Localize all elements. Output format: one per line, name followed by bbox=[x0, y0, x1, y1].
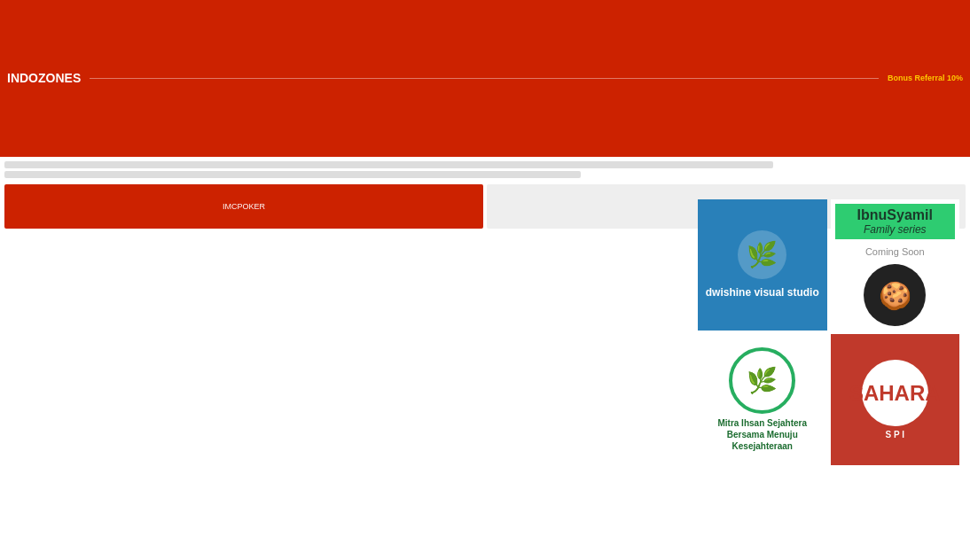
face-icon: 🍪 bbox=[879, 280, 911, 311]
dwishine-name: dwishine visual studio bbox=[706, 286, 819, 300]
ibnu-circle: 🍪 bbox=[864, 264, 926, 326]
sahara-content: SAHARA S P I bbox=[831, 334, 960, 465]
main-wrap: Boardmag Responsive Parallax Blogger Tem… bbox=[0, 189, 970, 560]
post-thumbnail[interactable]: INDOZONES Bonus Referral 10% IMCPOKER bbox=[361, 431, 681, 560]
mis-name: Mitra Ihsan Sejahtera Bersama Menuju Kes… bbox=[702, 417, 823, 452]
indozones-preview: INDOZONES Bonus Referral 10% IMCPOKER bbox=[361, 431, 681, 560]
ibnu-content: IbnuSyamil Family series Coming Soon 🍪 bbox=[831, 199, 960, 331]
ibnu-family: Family series bbox=[839, 223, 952, 236]
ad-dwishine[interactable]: 🌿 dwishine visual studio bbox=[698, 199, 827, 331]
ibnu-coming: Coming Soon bbox=[865, 246, 925, 257]
ad-ibnu[interactable]: IbnuSyamil Family series Coming Soon 🍪 bbox=[831, 199, 960, 331]
content-area: Boardmag Responsive Parallax Blogger Tem… bbox=[11, 199, 687, 560]
post-grid: Boardmag Responsive Parallax Blogger Tem… bbox=[11, 199, 687, 560]
leaf-icon: 🌿 bbox=[747, 240, 778, 269]
ad-sahara[interactable]: SAHARA S P I bbox=[831, 334, 960, 465]
dwishine-logo: 🌿 bbox=[738, 230, 786, 279]
mis-content: 🌿 Mitra Ihsan Sejahtera Bersama Menuju K… bbox=[698, 334, 827, 465]
sahara-subtext: S P I bbox=[886, 430, 905, 439]
mis-circle: 🌿 bbox=[729, 347, 795, 414]
dwishine-content: 🌿 dwishine visual studio bbox=[706, 230, 819, 300]
ibnu-brand: IbnuSyamil bbox=[839, 207, 952, 223]
post-card: INDOZONES Bonus Referral 10% IMCPOKER bbox=[354, 424, 688, 560]
ad-mis[interactable]: 🌿 Mitra Ihsan Sejahtera Bersama Menuju K… bbox=[698, 334, 827, 465]
sahara-label: SAHARA bbox=[849, 381, 941, 406]
sahara-circle: SAHARA bbox=[862, 360, 928, 426]
ibnu-top: IbnuSyamil Family series bbox=[835, 204, 956, 239]
